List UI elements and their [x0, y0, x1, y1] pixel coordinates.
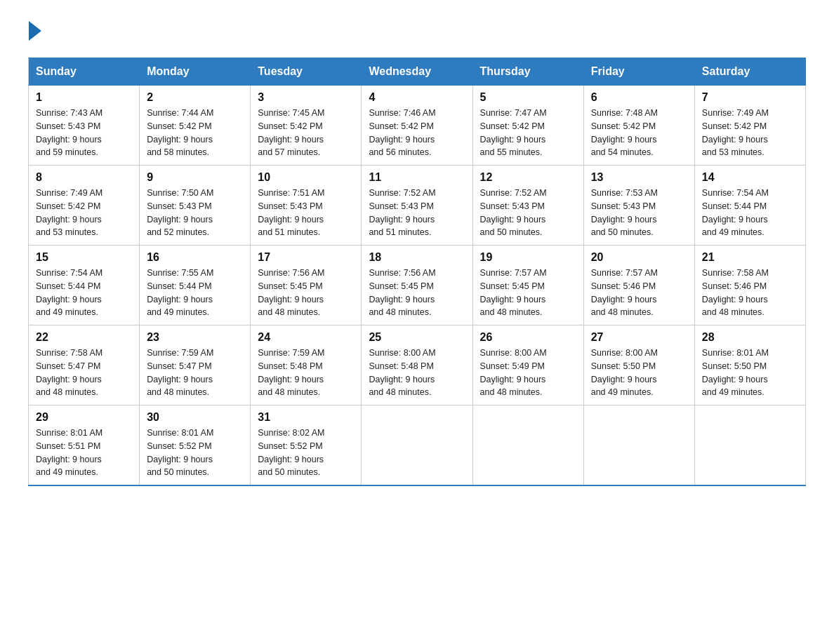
calendar-day-cell: 1 Sunrise: 7:43 AM Sunset: 5:43 PM Dayli… [29, 86, 140, 166]
day-number: 29 [36, 411, 132, 424]
day-number: 6 [591, 91, 687, 104]
calendar-day-cell: 10 Sunrise: 7:51 AM Sunset: 5:43 PM Dayl… [251, 166, 362, 246]
day-number: 14 [702, 171, 798, 184]
day-info: Sunrise: 7:49 AM Sunset: 5:42 PM Dayligh… [36, 187, 132, 239]
day-number: 3 [258, 91, 354, 104]
calendar-body: 1 Sunrise: 7:43 AM Sunset: 5:43 PM Dayli… [29, 86, 806, 486]
day-info: Sunrise: 7:57 AM Sunset: 5:46 PM Dayligh… [591, 267, 687, 319]
day-number: 8 [36, 171, 132, 184]
weekday-header-saturday: Saturday [694, 58, 805, 86]
day-info: Sunrise: 8:01 AM Sunset: 5:51 PM Dayligh… [36, 427, 132, 479]
day-info: Sunrise: 7:58 AM Sunset: 5:46 PM Dayligh… [702, 267, 798, 319]
day-number: 23 [147, 331, 243, 344]
calendar-day-cell: 9 Sunrise: 7:50 AM Sunset: 5:43 PM Dayli… [140, 166, 251, 246]
day-info: Sunrise: 8:00 AM Sunset: 5:50 PM Dayligh… [591, 347, 687, 399]
page-header [28, 21, 806, 41]
calendar-week-row: 1 Sunrise: 7:43 AM Sunset: 5:43 PM Dayli… [29, 86, 806, 166]
calendar-day-cell: 3 Sunrise: 7:45 AM Sunset: 5:42 PM Dayli… [251, 86, 362, 166]
day-info: Sunrise: 7:58 AM Sunset: 5:47 PM Dayligh… [36, 347, 132, 399]
day-number: 7 [702, 91, 798, 104]
weekday-header-row: SundayMondayTuesdayWednesdayThursdayFrid… [29, 58, 806, 86]
day-number: 10 [258, 171, 354, 184]
day-number: 22 [36, 331, 132, 344]
logo-arrow-icon [29, 21, 41, 41]
calendar-day-cell: 31 Sunrise: 8:02 AM Sunset: 5:52 PM Dayl… [251, 405, 362, 486]
calendar-day-cell: 5 Sunrise: 7:47 AM Sunset: 5:42 PM Dayli… [472, 86, 583, 166]
day-number: 24 [258, 331, 354, 344]
day-info: Sunrise: 7:57 AM Sunset: 5:45 PM Dayligh… [480, 267, 576, 319]
day-number: 15 [36, 251, 132, 264]
day-info: Sunrise: 7:56 AM Sunset: 5:45 PM Dayligh… [258, 267, 354, 319]
calendar-week-row: 29 Sunrise: 8:01 AM Sunset: 5:51 PM Dayl… [29, 405, 806, 486]
calendar-day-cell [472, 405, 583, 486]
calendar-week-row: 15 Sunrise: 7:54 AM Sunset: 5:44 PM Dayl… [29, 246, 806, 326]
weekday-header-sunday: Sunday [29, 58, 140, 86]
weekday-header-thursday: Thursday [472, 58, 583, 86]
weekday-header-tuesday: Tuesday [251, 58, 362, 86]
day-info: Sunrise: 7:48 AM Sunset: 5:42 PM Dayligh… [591, 107, 687, 159]
calendar-day-cell: 23 Sunrise: 7:59 AM Sunset: 5:47 PM Dayl… [140, 326, 251, 405]
weekday-header-monday: Monday [140, 58, 251, 86]
day-number: 30 [147, 411, 243, 424]
day-number: 20 [591, 251, 687, 264]
weekday-header-friday: Friday [583, 58, 694, 86]
day-info: Sunrise: 7:53 AM Sunset: 5:43 PM Dayligh… [591, 187, 687, 239]
calendar-day-cell: 8 Sunrise: 7:49 AM Sunset: 5:42 PM Dayli… [29, 166, 140, 246]
calendar-day-cell: 22 Sunrise: 7:58 AM Sunset: 5:47 PM Dayl… [29, 326, 140, 405]
calendar-header: SundayMondayTuesdayWednesdayThursdayFrid… [29, 58, 806, 86]
day-number: 28 [702, 331, 798, 344]
day-info: Sunrise: 8:01 AM Sunset: 5:52 PM Dayligh… [147, 427, 243, 479]
day-number: 17 [258, 251, 354, 264]
day-info: Sunrise: 7:52 AM Sunset: 5:43 PM Dayligh… [369, 187, 465, 239]
day-number: 13 [591, 171, 687, 184]
calendar-day-cell: 16 Sunrise: 7:55 AM Sunset: 5:44 PM Dayl… [140, 246, 251, 326]
calendar-day-cell: 29 Sunrise: 8:01 AM Sunset: 5:51 PM Dayl… [29, 405, 140, 486]
calendar-day-cell [694, 405, 805, 486]
calendar-day-cell: 30 Sunrise: 8:01 AM Sunset: 5:52 PM Dayl… [140, 405, 251, 486]
calendar-day-cell: 28 Sunrise: 8:01 AM Sunset: 5:50 PM Dayl… [694, 326, 805, 405]
day-number: 18 [369, 251, 465, 264]
day-number: 16 [147, 251, 243, 264]
day-number: 31 [258, 411, 354, 424]
calendar-day-cell: 2 Sunrise: 7:44 AM Sunset: 5:42 PM Dayli… [140, 86, 251, 166]
day-info: Sunrise: 7:52 AM Sunset: 5:43 PM Dayligh… [480, 187, 576, 239]
day-number: 26 [480, 331, 576, 344]
calendar-day-cell: 6 Sunrise: 7:48 AM Sunset: 5:42 PM Dayli… [583, 86, 694, 166]
calendar-day-cell: 26 Sunrise: 8:00 AM Sunset: 5:49 PM Dayl… [472, 326, 583, 405]
calendar-day-cell: 11 Sunrise: 7:52 AM Sunset: 5:43 PM Dayl… [362, 166, 472, 246]
calendar-day-cell: 19 Sunrise: 7:57 AM Sunset: 5:45 PM Dayl… [472, 246, 583, 326]
day-info: Sunrise: 7:47 AM Sunset: 5:42 PM Dayligh… [480, 107, 576, 159]
day-info: Sunrise: 7:55 AM Sunset: 5:44 PM Dayligh… [147, 267, 243, 319]
day-number: 1 [36, 91, 132, 104]
day-info: Sunrise: 7:44 AM Sunset: 5:42 PM Dayligh… [147, 107, 243, 159]
day-info: Sunrise: 7:49 AM Sunset: 5:42 PM Dayligh… [702, 107, 798, 159]
calendar-day-cell: 27 Sunrise: 8:00 AM Sunset: 5:50 PM Dayl… [583, 326, 694, 405]
day-number: 12 [480, 171, 576, 184]
day-number: 5 [480, 91, 576, 104]
day-number: 11 [369, 171, 465, 184]
calendar-day-cell: 21 Sunrise: 7:58 AM Sunset: 5:46 PM Dayl… [694, 246, 805, 326]
day-number: 9 [147, 171, 243, 184]
calendar-day-cell: 13 Sunrise: 7:53 AM Sunset: 5:43 PM Dayl… [583, 166, 694, 246]
day-info: Sunrise: 8:00 AM Sunset: 5:48 PM Dayligh… [369, 347, 465, 399]
day-info: Sunrise: 7:45 AM Sunset: 5:42 PM Dayligh… [258, 107, 354, 159]
day-number: 25 [369, 331, 465, 344]
day-info: Sunrise: 7:43 AM Sunset: 5:43 PM Dayligh… [36, 107, 132, 159]
calendar-day-cell: 18 Sunrise: 7:56 AM Sunset: 5:45 PM Dayl… [362, 246, 472, 326]
day-info: Sunrise: 7:59 AM Sunset: 5:47 PM Dayligh… [147, 347, 243, 399]
calendar-week-row: 8 Sunrise: 7:49 AM Sunset: 5:42 PM Dayli… [29, 166, 806, 246]
calendar-week-row: 22 Sunrise: 7:58 AM Sunset: 5:47 PM Dayl… [29, 326, 806, 405]
day-number: 19 [480, 251, 576, 264]
day-info: Sunrise: 7:51 AM Sunset: 5:43 PM Dayligh… [258, 187, 354, 239]
day-info: Sunrise: 7:54 AM Sunset: 5:44 PM Dayligh… [36, 267, 132, 319]
calendar-day-cell [362, 405, 472, 486]
day-info: Sunrise: 8:02 AM Sunset: 5:52 PM Dayligh… [258, 427, 354, 479]
day-number: 21 [702, 251, 798, 264]
day-number: 27 [591, 331, 687, 344]
calendar-day-cell: 4 Sunrise: 7:46 AM Sunset: 5:42 PM Dayli… [362, 86, 472, 166]
day-number: 4 [369, 91, 465, 104]
day-info: Sunrise: 8:00 AM Sunset: 5:49 PM Dayligh… [480, 347, 576, 399]
day-info: Sunrise: 7:46 AM Sunset: 5:42 PM Dayligh… [369, 107, 465, 159]
day-info: Sunrise: 7:50 AM Sunset: 5:43 PM Dayligh… [147, 187, 243, 239]
calendar-day-cell: 20 Sunrise: 7:57 AM Sunset: 5:46 PM Dayl… [583, 246, 694, 326]
